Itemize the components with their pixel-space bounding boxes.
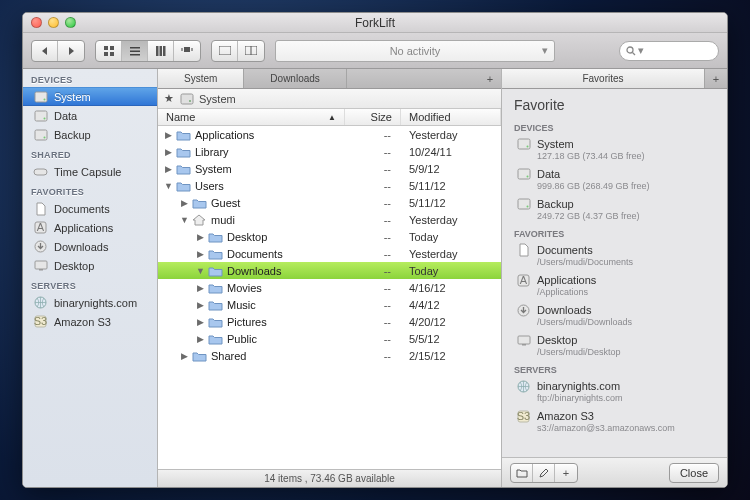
file-name: Downloads — [227, 265, 281, 277]
favorite-item[interactable]: Downloads/Users/mudi/Downloads — [502, 301, 727, 331]
app-icon: A — [516, 273, 531, 287]
back-button[interactable] — [32, 41, 58, 61]
favorite-item[interactable]: Desktop/Users/mudi/Desktop — [502, 331, 727, 361]
close-button[interactable]: Close — [669, 463, 719, 483]
search-field[interactable]: ▾ — [619, 41, 719, 61]
favorite-item[interactable]: Data999.86 GB (268.49 GB free) — [502, 165, 727, 195]
svg-text:A: A — [37, 221, 45, 233]
path-label: System — [199, 93, 236, 105]
file-row[interactable]: ▶Pictures--4/20/12 — [158, 313, 501, 330]
file-row[interactable]: ▶System--5/9/12 — [158, 160, 501, 177]
favorite-star-icon[interactable]: ★ — [164, 92, 174, 105]
favorite-item[interactable]: AApplications/Applications — [502, 271, 727, 301]
file-row[interactable]: ▼mudi--Yesterday — [158, 211, 501, 228]
sidebar-item-binarynights-com[interactable]: binarynights.com — [23, 293, 157, 312]
add-favorite-button[interactable]: + — [555, 464, 577, 482]
col-name[interactable]: Name▲ — [158, 109, 345, 125]
edit-favorite-button[interactable] — [533, 464, 555, 482]
file-row[interactable]: ▶Guest--5/11/12 — [158, 194, 501, 211]
disclosure-triangle[interactable]: ▶ — [180, 198, 188, 208]
sidebar-item-desktop[interactable]: Desktop — [23, 256, 157, 275]
favorite-item[interactable]: Backup249.72 GB (4.37 GB free) — [502, 195, 727, 225]
disclosure-triangle[interactable]: ▶ — [196, 317, 204, 327]
tab-downloads[interactable]: Downloads — [244, 69, 346, 88]
search-icon — [626, 46, 636, 56]
sidebar-item-applications[interactable]: AApplications — [23, 218, 157, 237]
desk-icon — [516, 333, 531, 347]
minimize-window-button[interactable] — [48, 17, 59, 28]
svg-rect-24 — [34, 169, 47, 175]
file-modified: 5/11/12 — [401, 197, 501, 209]
folder-icon — [208, 248, 223, 260]
tab-favorites[interactable]: Favorites — [502, 69, 705, 88]
file-size: -- — [345, 197, 401, 209]
file-row[interactable]: ▶Music--4/4/12 — [158, 296, 501, 313]
svg-point-36 — [526, 146, 528, 148]
file-modified: 10/24/11 — [401, 146, 501, 158]
file-row[interactable]: ▶Shared--2/15/12 — [158, 347, 501, 364]
sidebar-item-data[interactable]: Data — [23, 106, 157, 125]
dual-pane-button[interactable] — [238, 41, 264, 61]
sidebar-item-system[interactable]: System — [23, 87, 157, 106]
file-name: Library — [195, 146, 229, 158]
sidebar-heading: FAVORITES — [23, 181, 157, 199]
view-group — [95, 40, 201, 62]
disclosure-triangle[interactable]: ▼ — [164, 181, 172, 191]
file-row[interactable]: ▶Documents--Yesterday — [158, 245, 501, 262]
forward-button[interactable] — [58, 41, 84, 61]
disclosure-triangle[interactable]: ▶ — [196, 283, 204, 293]
file-modified: 4/4/12 — [401, 299, 501, 311]
new-folder-button[interactable] — [511, 464, 533, 482]
new-tab-button[interactable]: + — [479, 69, 501, 88]
column-view-button[interactable] — [148, 41, 174, 61]
favorite-subtext: 999.86 GB (268.49 GB free) — [516, 181, 715, 191]
sidebar-item-amazon-s3[interactable]: S3Amazon S3 — [23, 312, 157, 331]
single-pane-button[interactable] — [212, 41, 238, 61]
sidebar-item-documents[interactable]: Documents — [23, 199, 157, 218]
disclosure-triangle[interactable]: ▶ — [180, 351, 188, 361]
sidebar-item-backup[interactable]: Backup — [23, 125, 157, 144]
path-bar[interactable]: ★ System — [158, 89, 501, 109]
sidebar-item-time-capsule[interactable]: Time Capsule — [23, 162, 157, 181]
favorite-item[interactable]: S3Amazon S3s3://amazon@s3.amazonaws.com — [502, 407, 727, 437]
favorite-item[interactable]: System127.18 GB (73.44 GB free) — [502, 135, 727, 165]
zoom-window-button[interactable] — [65, 17, 76, 28]
coverflow-view-button[interactable] — [174, 41, 200, 61]
svg-rect-18 — [35, 92, 47, 102]
file-row[interactable]: ▼Users--5/11/12 — [158, 177, 501, 194]
col-modified[interactable]: Modified — [401, 109, 501, 125]
disclosure-triangle[interactable]: ▶ — [164, 130, 172, 140]
file-row[interactable]: ▶Public--5/5/12 — [158, 330, 501, 347]
file-list[interactable]: ▶Applications--Yesterday▶Library--10/24/… — [158, 126, 501, 469]
sidebar-item-downloads[interactable]: Downloads — [23, 237, 157, 256]
titlebar[interactable]: ForkLift — [23, 13, 727, 33]
disclosure-triangle[interactable]: ▼ — [180, 215, 188, 225]
col-size[interactable]: Size — [345, 109, 401, 125]
file-row[interactable]: ▶Library--10/24/11 — [158, 143, 501, 160]
file-modified: 5/9/12 — [401, 163, 501, 175]
favorite-item[interactable]: Documents/Users/mudi/Documents — [502, 241, 727, 271]
file-modified: 5/11/12 — [401, 180, 501, 192]
disclosure-triangle[interactable]: ▶ — [196, 334, 204, 344]
icon-view-button[interactable] — [96, 41, 122, 61]
activity-expand-icon[interactable]: ▾ — [542, 44, 548, 57]
file-row[interactable]: ▼Downloads--Today — [158, 262, 501, 279]
file-row[interactable]: ▶Applications--Yesterday — [158, 126, 501, 143]
disclosure-triangle[interactable]: ▶ — [196, 232, 204, 242]
disclosure-triangle[interactable]: ▼ — [196, 266, 204, 276]
tab-system[interactable]: System — [158, 69, 244, 88]
file-row[interactable]: ▶Desktop--Today — [158, 228, 501, 245]
disclosure-triangle[interactable]: ▶ — [196, 249, 204, 259]
sidebar: DEVICESSystemDataBackupSHAREDTime Capsul… — [23, 69, 158, 487]
disclosure-triangle[interactable]: ▶ — [196, 300, 204, 310]
folder-icon — [176, 180, 191, 192]
close-window-button[interactable] — [31, 17, 42, 28]
file-row[interactable]: ▶Movies--4/16/12 — [158, 279, 501, 296]
disclosure-triangle[interactable]: ▶ — [164, 164, 172, 174]
disclosure-triangle[interactable]: ▶ — [164, 147, 172, 157]
file-name: Guest — [211, 197, 240, 209]
file-modified: 4/20/12 — [401, 316, 501, 328]
favorite-item[interactable]: binarynights.comftp://binarynights.com — [502, 377, 727, 407]
new-fav-tab-button[interactable]: + — [705, 69, 727, 88]
list-view-button[interactable] — [122, 41, 148, 61]
